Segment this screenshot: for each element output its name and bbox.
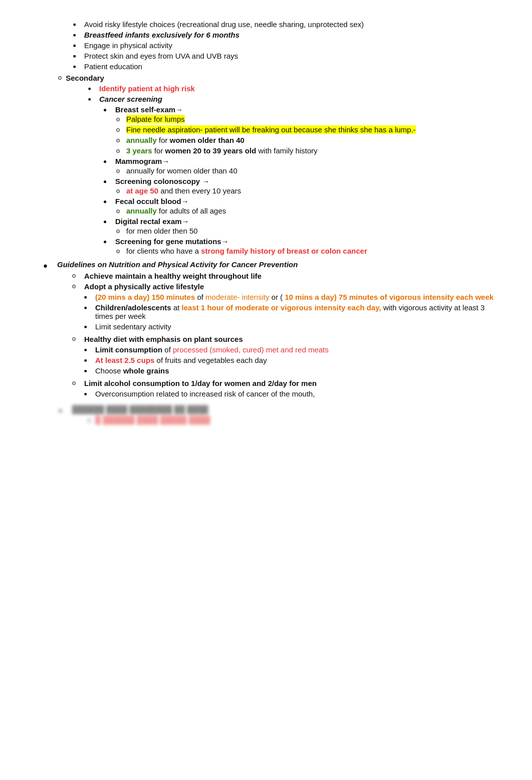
blurred-text1: ██████ ████ ████████ ██ ████ xyxy=(72,405,208,414)
list-item: Patient education xyxy=(73,62,504,71)
o-bullet: o xyxy=(72,272,80,279)
fine-needle-text: Fine needle aspiration- patient will be … xyxy=(126,125,416,134)
of-text: of xyxy=(197,293,205,301)
physically-active-row: o Adopt a physically active lifestyle (2… xyxy=(72,282,504,333)
women-40-text: women older than 40 xyxy=(170,136,244,144)
guidelines-label: Guidelines on Nutrition and Physical Act… xyxy=(57,260,298,269)
blurred-section: ██████ ████ ████████ ██ ████ o █ ██████ … xyxy=(43,405,504,424)
list-item: Engage in physical activity xyxy=(73,41,504,50)
healthy-diet-row: o Healthy diet with emphasis on plant so… xyxy=(72,335,504,377)
healthy-weight-row: o Achieve maintain a healthy weight thro… xyxy=(72,272,504,280)
150-mins-item: (20 mins a day) 150 minutes of moderate-… xyxy=(84,293,504,301)
mammogram-label: Mammogram→ xyxy=(115,157,169,165)
fecal-annually-item: annually for adults of all ages xyxy=(115,207,504,215)
three-years-text: 3 years xyxy=(126,146,152,155)
digital-rectal-men-text: for men older then 50 xyxy=(126,227,198,235)
limit-alcohol-row: o Limit alcohol consumption to 1/day for… xyxy=(72,379,504,400)
item-text: Patient education xyxy=(84,62,142,71)
1-hour-text: least 1 hour of moderate or vigorous int… xyxy=(182,303,381,312)
150-mins-text: (20 mins a day) 150 minutes xyxy=(95,293,195,301)
limit-sedentary-text: Limit sedentary activity xyxy=(95,322,171,331)
list-item: Breastfeed infants exclusively for 6 mon… xyxy=(73,31,504,39)
breast-self-exam-label: Breast self-exam→ xyxy=(115,105,183,114)
limit-alcohol-sub: Overconsumption related to increased ris… xyxy=(84,389,317,398)
limit-consumption-item: Limit consumption of processed (smoked, … xyxy=(84,345,329,354)
mammogram-annually-text: annually for women older than 40 xyxy=(126,166,237,175)
limit-alcohol-text: Limit alcohol consumption to 1/day for w… xyxy=(84,379,317,387)
digital-rectal-men-item: for men older then 50 xyxy=(115,227,504,235)
mammogram-item: Mammogram→ annually for women older than… xyxy=(103,157,504,175)
guidelines-list: Guidelines on Nutrition and Physical Act… xyxy=(43,260,504,400)
blurred-item1: ██████ ████ ████████ ██ ████ o █ ██████ … xyxy=(58,405,504,424)
family-history-text: with family history xyxy=(258,146,318,155)
for-text: for xyxy=(159,136,170,144)
annually-text: annually xyxy=(126,136,157,144)
age-50-text: at age 50 xyxy=(126,186,158,195)
secondary-list: Identify patient at high risk Cancer scr… xyxy=(58,84,504,103)
mammogram-annually-item: annually for women older than 40 xyxy=(115,166,504,175)
fecal-annually-text: annually xyxy=(126,207,157,215)
at-text: at xyxy=(173,303,182,312)
o-bullet: o xyxy=(72,379,80,386)
overconsumption-item: Overconsumption related to increased ris… xyxy=(84,389,317,398)
women-2039-text: women 20 to 39 years old xyxy=(165,146,256,155)
limit-sedentary-item: Limit sedentary activity xyxy=(84,322,504,331)
digital-rectal-sub: for men older then 50 xyxy=(115,227,504,235)
o-bullet: o xyxy=(87,416,91,424)
o-bullet: o xyxy=(58,74,62,81)
identify-patient-item: Identify patient at high risk xyxy=(88,84,504,93)
colonoscopy-age-item: at age 50 and then every 10 years xyxy=(115,186,504,195)
item-text: Engage in physical activity xyxy=(84,41,172,50)
overconsumption-text: Overconsumption related to increased ris… xyxy=(95,389,315,398)
digital-rectal-label: Digital rectal exam→ xyxy=(115,217,189,226)
25-cups-item: At least 2.5 cups of fruits and vegetabl… xyxy=(84,356,329,364)
cancer-screening-item: Cancer screening xyxy=(88,95,504,103)
children-text: Children/adolescents xyxy=(95,303,171,312)
fecal-occult-label: Fecal occult blood→ xyxy=(115,197,189,206)
then-every-text: and then every 10 years xyxy=(160,186,241,195)
fecal-adults-text: for adults of all ages xyxy=(159,207,226,215)
breast-self-exam-item: Breast self-exam→ Palpate for lumps Fine… xyxy=(103,105,504,155)
for-text2: for xyxy=(154,146,165,155)
o-bullet: o xyxy=(72,282,80,290)
item-text: Protect skin and eyes from UVA and UVB r… xyxy=(84,52,238,60)
colonoscopy-sub: at age 50 and then every 10 years xyxy=(115,186,504,195)
annually-40-item: annually for women older than 40 xyxy=(115,136,504,144)
75-mins-text: 10 mins a day) 75 minutes of vigorous in… xyxy=(285,293,494,301)
whole-grains-item: Choose whole grains xyxy=(84,366,329,375)
three-years-item: 3 years for women 20 to 39 years old wit… xyxy=(115,146,504,155)
of-text2: of xyxy=(164,345,173,354)
secondary-header: o Secondary xyxy=(58,74,504,82)
moderate-intensity-text: moderate- intensity xyxy=(205,293,270,301)
physically-active-content: Adopt a physically active lifestyle (20 … xyxy=(84,282,504,333)
colonoscopy-item: Screening colonoscopy → at age 50 and th… xyxy=(103,177,504,195)
limit-consumption-text: Limit consumption xyxy=(95,345,162,354)
palpate-text: Palpate for lumps xyxy=(126,115,185,123)
blurred-sub-text: █ ██████ ████ █████ ████ xyxy=(95,416,210,424)
gene-mutations-sub: for clients who have a strong family his… xyxy=(115,247,504,255)
cancer-screening-text: Cancer screening xyxy=(99,95,162,103)
main-content: Avoid risky lifestyle choices (recreatio… xyxy=(43,20,504,424)
limit-alcohol-content: Limit alcohol consumption to 1/day for w… xyxy=(84,379,317,400)
secondary-label: Secondary xyxy=(66,74,104,82)
colonoscopy-label: Screening colonoscopy → xyxy=(115,177,209,185)
choose-text: Choose xyxy=(95,366,123,375)
25-cups-text: At least 2.5 cups xyxy=(95,356,154,364)
blurred-sublist: o █ ██████ ████ █████ ████ xyxy=(72,416,504,424)
blurred-sub-row: o █ ██████ ████ █████ ████ xyxy=(87,416,504,424)
healthy-weight-text: Achieve maintain a healthy weight throug… xyxy=(84,272,261,280)
digital-rectal-item: Digital rectal exam→ for men older then … xyxy=(103,217,504,235)
palpate-item: Palpate for lumps xyxy=(115,115,504,123)
healthy-diet-sub: Limit consumption of processed (smoked, … xyxy=(84,345,329,375)
gene-mutations-for-text: for clients who have a xyxy=(126,247,201,255)
blurred-list: ██████ ████ ████████ ██ ████ o █ ██████ … xyxy=(58,405,504,424)
or-text: or ( xyxy=(272,293,283,301)
guidelines-item: Guidelines on Nutrition and Physical Act… xyxy=(43,260,504,400)
physically-active-text: Adopt a physically active lifestyle xyxy=(84,282,204,291)
breast-self-exam-sub: Palpate for lumps Fine needle aspiration… xyxy=(115,115,504,155)
processed-meats-text: processed (smoked, cured) met and red me… xyxy=(173,345,329,354)
mammogram-sub: annually for women older than 40 xyxy=(115,166,504,175)
item-text: Avoid risky lifestyle choices (recreatio… xyxy=(84,20,364,29)
guidelines-subitems: o Achieve maintain a healthy weight thro… xyxy=(57,272,504,400)
healthy-diet-text: Healthy diet with emphasis on plant sour… xyxy=(84,335,243,343)
